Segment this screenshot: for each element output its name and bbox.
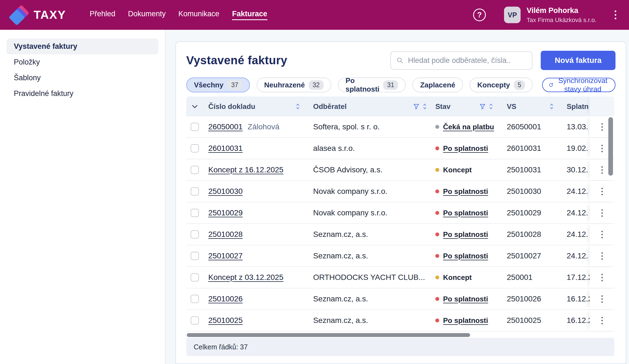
sidebar-item-sablony[interactable]: Šablony: [7, 70, 158, 86]
nav-item-dokumenty[interactable]: Dokumenty: [128, 10, 166, 20]
row-menu-kebab-icon[interactable]: [599, 186, 605, 197]
status-link[interactable]: Po splatnosti: [443, 295, 488, 303]
filter-icon[interactable]: [413, 103, 420, 110]
new-invoice-button[interactable]: Nová faktura: [541, 51, 615, 70]
chip-label: Zaplacené: [420, 81, 455, 89]
header-menu-kebab-icon[interactable]: [613, 9, 618, 21]
sort-icon[interactable]: [549, 103, 554, 110]
invoice-number-link[interactable]: 26010031: [208, 144, 243, 153]
vs-cell: 250001: [499, 273, 560, 282]
row-checkbox[interactable]: [191, 187, 199, 196]
row-checkbox[interactable]: [191, 295, 199, 303]
row-checkbox[interactable]: [191, 123, 199, 131]
row-menu-kebab-icon[interactable]: [599, 315, 605, 326]
invoice-number-link[interactable]: Koncept z 03.12.2025: [208, 273, 283, 282]
column-header-number[interactable]: Číslo dokladu: [208, 102, 255, 111]
table-row[interactable]: 25010028 Seznam.cz, a.s. Po splatnosti 2…: [186, 224, 614, 245]
customer-cell: Seznam.cz, a.s.: [306, 316, 433, 325]
invoice-number-link[interactable]: 25010030: [208, 187, 243, 196]
row-menu-kebab-icon[interactable]: [599, 250, 605, 262]
vs-cell: 25010031: [499, 165, 560, 174]
status-dot: [435, 189, 439, 193]
status-link[interactable]: Po splatnosti: [443, 209, 488, 217]
nav-item-fakturace[interactable]: Fakturace: [232, 10, 267, 20]
page-title: Vystavené faktury: [186, 54, 287, 67]
table-row[interactable]: Koncept z 03.12.2025 ORTHODOCKS YACHT CL…: [186, 267, 614, 288]
user-info[interactable]: Vilém Pohorka Tax Firma Ukázková s.r.o.: [527, 6, 596, 24]
invoice-number-link[interactable]: 25010025: [208, 316, 243, 325]
table-row[interactable]: 25010027 Seznam.cz, a.s. Po splatnosti 2…: [186, 245, 614, 267]
row-checkbox[interactable]: [191, 230, 199, 239]
row-checkbox[interactable]: [191, 144, 199, 152]
row-menu-kebab-icon[interactable]: [599, 121, 605, 133]
sidebar-item-vystavene-faktury[interactable]: Vystavené faktury: [7, 39, 158, 54]
top-bar: TAXY Přehled Dokumenty Komunikace Faktur…: [0, 0, 629, 30]
row-menu-kebab-icon[interactable]: [599, 164, 605, 176]
nav-item-prehled[interactable]: Přehled: [90, 10, 115, 20]
table-row[interactable]: Koncept z 16.12.2025 ČSOB Advisory, a.s.…: [186, 159, 614, 181]
sort-icon[interactable]: [295, 103, 300, 110]
row-menu-kebab-icon[interactable]: [599, 272, 605, 283]
sync-label: Synchronizovat stavy úhrad: [557, 76, 609, 93]
invoice-number-link[interactable]: 25010027: [208, 251, 243, 260]
status-link[interactable]: Po splatnosti: [443, 252, 488, 260]
sort-icon[interactable]: [422, 103, 427, 110]
filter-chip-vsechny[interactable]: Všechny 37: [186, 77, 250, 92]
app-logo[interactable]: TAXY: [11, 5, 66, 25]
invoice-number-link[interactable]: 26050001: [208, 122, 243, 131]
table-row[interactable]: 26010031 alasea s.r.o. Po splatnosti 260…: [186, 138, 614, 159]
search-input[interactable]: [408, 56, 526, 65]
filter-icon[interactable]: [479, 103, 486, 110]
row-menu-kebab-icon[interactable]: [599, 229, 605, 240]
invoice-number-link[interactable]: Koncept z 16.12.2025: [208, 165, 283, 174]
user-name: Vilém Pohorka: [527, 6, 596, 15]
vs-cell: 25010027: [499, 251, 560, 260]
sync-icon: [549, 81, 553, 89]
column-header-vs[interactable]: VS: [507, 102, 516, 111]
filter-chip-zaplacene[interactable]: Zaplacené: [412, 77, 463, 92]
vs-cell: 25010025: [499, 316, 560, 325]
status-link[interactable]: Čeká na platbu: [443, 123, 494, 131]
vertical-scrollbar[interactable]: [608, 117, 613, 176]
sidebar-item-polozky[interactable]: Položky: [7, 54, 158, 70]
column-header-status[interactable]: Stav: [435, 102, 451, 111]
table-row[interactable]: 25010025 Seznam.cz, a.s. Po splatnosti 2…: [186, 310, 614, 331]
filter-chip-po-splatnosti[interactable]: Po splatnosti 31: [338, 77, 406, 92]
row-menu-kebab-icon[interactable]: [599, 293, 605, 305]
table-header-row: Číslo dokladu Odběratel: [186, 97, 614, 116]
vs-cell: 25010026: [499, 295, 560, 303]
sort-icon[interactable]: [489, 103, 493, 110]
status-link[interactable]: Po splatnosti: [443, 230, 488, 239]
filter-chip-neuhrazene[interactable]: Neuhrazené 32: [257, 77, 331, 92]
row-checkbox[interactable]: [191, 209, 199, 217]
help-icon[interactable]: ?: [473, 9, 486, 21]
customer-cell: Seznam.cz, a.s.: [306, 251, 433, 260]
row-checkbox[interactable]: [191, 166, 199, 174]
status-link[interactable]: Po splatnosti: [443, 316, 488, 325]
select-all-chevron-icon[interactable]: [192, 105, 198, 108]
sidebar-item-pravidelne-faktury[interactable]: Pravidelné faktury: [7, 86, 158, 101]
filter-chip-koncepty[interactable]: Koncepty 5: [470, 77, 533, 92]
invoice-number-link[interactable]: 25010028: [208, 230, 243, 239]
nav-item-komunikace[interactable]: Komunikace: [178, 10, 220, 20]
row-menu-kebab-icon[interactable]: [599, 143, 605, 154]
table-row[interactable]: 25010026 Seznam.cz, a.s. Po splatnosti 2…: [186, 288, 614, 310]
horizontal-scrollbar[interactable]: [187, 333, 470, 337]
avatar[interactable]: VP: [504, 7, 521, 23]
column-header-due[interactable]: Splatn: [567, 102, 588, 111]
row-checkbox[interactable]: [191, 273, 199, 282]
row-checkbox[interactable]: [191, 252, 199, 260]
invoice-number-link[interactable]: 25010026: [208, 295, 243, 303]
status-link[interactable]: Po splatnosti: [443, 144, 488, 153]
row-checkbox[interactable]: [191, 316, 199, 325]
search-box[interactable]: [390, 51, 532, 70]
table-row[interactable]: 26050001Zálohová Softera, spol. s r. o. …: [186, 116, 614, 138]
table-row[interactable]: 25010030 Novak company s.r.o. Po splatno…: [186, 181, 614, 202]
status-link[interactable]: Po splatnosti: [443, 187, 488, 196]
row-menu-kebab-icon[interactable]: [599, 207, 605, 219]
sync-payments-button[interactable]: Synchronizovat stavy úhrad: [542, 78, 615, 92]
invoice-number-link[interactable]: 25010029: [208, 208, 243, 217]
column-header-customer[interactable]: Odběratel: [313, 102, 347, 111]
customer-cell: alasea s.r.o.: [306, 144, 433, 153]
table-row[interactable]: 25010029 Novak company s.r.o. Po splatno…: [186, 202, 614, 224]
